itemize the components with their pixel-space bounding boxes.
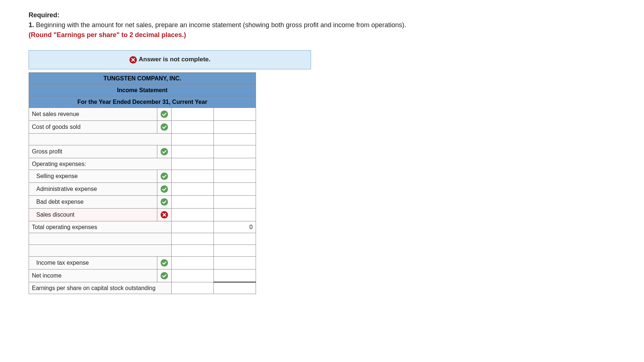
row-admin: Administrative expense [29,183,256,196]
input-income-tax-2[interactable] [214,257,256,269]
row-bad-debt: Bad debt expense [29,196,256,209]
label-net-sales[interactable]: Net sales revenue [29,108,157,121]
svg-point-1 [161,111,168,118]
input-gross-profit-2[interactable] [214,145,256,158]
instructions-block: Required: 1. Beginning with the amount f… [29,10,615,40]
input-eps-2[interactable] [214,282,256,294]
banner-text: Answer is not complete. [139,56,211,63]
input-net-sales-1[interactable] [172,108,214,121]
value-total-opex[interactable]: 0 [214,221,256,233]
check-circle-icon [160,123,168,131]
check-circle-icon [160,185,168,193]
input-net-income-2[interactable] [214,269,256,282]
input-cogs-2[interactable] [214,121,256,134]
input-blank-3b[interactable] [214,245,256,257]
check-circle-icon [160,110,168,118]
income-statement-table: TUNGSTEN COMPANY, INC. Income Statement … [29,72,256,294]
svg-point-9 [161,272,168,279]
input-income-tax-1[interactable] [172,257,214,269]
check-circle-icon [160,259,168,267]
header-company: TUNGSTEN COMPANY, INC. [29,73,256,84]
input-eps-1[interactable] [172,282,214,294]
input-blank-2a[interactable] [172,233,214,245]
check-circle-icon [160,172,168,180]
row-blank-3 [29,245,256,257]
label-eps[interactable]: Earnings per share on capital stock outs… [29,282,172,294]
input-sales-discount-1[interactable] [172,209,214,221]
input-blank-3a[interactable] [172,245,214,257]
svg-point-6 [161,198,168,206]
x-circle-icon [160,211,168,219]
row-net-income: Net income [29,269,256,282]
input-selling-2[interactable] [214,170,256,183]
label-income-tax[interactable]: Income tax expense [29,257,157,269]
row-blank-2 [29,233,256,245]
svg-point-4 [161,173,168,180]
label-bad-debt[interactable]: Bad debt expense [29,196,157,209]
label-opex-header[interactable]: Operating expenses: [29,158,172,170]
label-gross-profit[interactable]: Gross profit [29,145,157,158]
row-total-opex: Total operating expenses 0 [29,221,256,233]
header-period: For the Year Ended December 31, Current … [29,96,256,108]
check-circle-icon [160,198,168,206]
input-net-sales-2[interactable] [214,108,256,121]
row-gross-profit: Gross profit [29,145,256,158]
svg-point-3 [161,148,168,155]
row-eps: Earnings per share on capital stock outs… [29,282,256,294]
input-blank-label-2[interactable] [29,233,172,245]
svg-point-8 [161,259,168,267]
label-sales-discount[interactable]: Sales discount [29,209,157,221]
input-bad-debt-2[interactable] [214,196,256,209]
x-circle-icon [129,56,137,64]
input-sales-discount-2[interactable] [214,209,256,221]
row-sales-discount: Sales discount [29,209,256,221]
input-blank-1b[interactable] [214,134,256,145]
label-cogs[interactable]: Cost of goods sold [29,121,157,134]
item-prefix: 1. [29,21,36,29]
row-income-tax: Income tax expense [29,257,256,269]
input-total-opex-1[interactable] [172,221,214,233]
input-gross-profit-1[interactable] [172,145,214,158]
row-net-sales: Net sales revenue [29,108,256,121]
row-cogs: Cost of goods sold [29,121,256,134]
input-opex-h1[interactable] [172,158,214,170]
row-blank-1 [29,134,256,145]
label-net-income[interactable]: Net income [29,269,157,282]
item-text: Beginning with the amount for net sales,… [36,21,406,29]
input-blank-2b[interactable] [214,233,256,245]
label-selling[interactable]: Selling expense [29,170,157,183]
input-cogs-1[interactable] [172,121,214,134]
input-admin-2[interactable] [214,183,256,196]
input-admin-1[interactable] [172,183,214,196]
input-bad-debt-1[interactable] [172,196,214,209]
svg-point-2 [161,123,168,131]
row-opex-header: Operating expenses: [29,158,256,170]
input-blank-1a[interactable] [172,134,214,145]
svg-point-5 [161,185,168,193]
required-label: Required: [29,11,59,19]
label-total-opex[interactable]: Total operating expenses [29,221,172,233]
input-selling-1[interactable] [172,170,214,183]
input-net-income-1[interactable] [172,269,214,282]
input-blank-label-3[interactable] [29,245,172,257]
label-admin[interactable]: Administrative expense [29,183,157,196]
row-selling: Selling expense [29,170,256,183]
input-opex-h2[interactable] [214,158,256,170]
header-title: Income Statement [29,84,256,96]
round-note: (Round "Earnings per share" to 2 decimal… [29,30,615,40]
answer-status-banner: Answer is not complete. [29,50,311,69]
check-circle-icon [160,272,168,280]
check-circle-icon [160,148,168,156]
input-blank-label-1[interactable] [29,134,172,145]
